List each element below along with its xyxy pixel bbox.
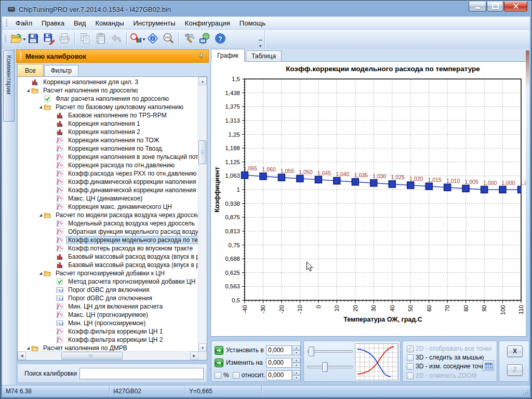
minimize-button[interactable] (469, 2, 486, 11)
step-value-input[interactable] (266, 370, 292, 380)
tree-item[interactable]: Базовый массовый расход воздуха (впуск в… (18, 261, 198, 269)
chart-canvas[interactable]: 0,50,5630,6250,6880,750,8130,8750,93811,… (211, 62, 527, 336)
option-3d-follow-mouse[interactable]: 3D - следить за мышью (407, 353, 484, 362)
menu-grip-handle[interactable] (6, 19, 7, 27)
info-button[interactable]: i (145, 32, 161, 47)
curve-preview[interactable] (355, 343, 398, 380)
tree-item[interactable]: Коррекция макс. динамического ЦН (18, 203, 198, 211)
menu-item-commands[interactable]: Команды (90, 18, 128, 29)
undo-button[interactable] (109, 32, 124, 47)
scroll-up-button[interactable]: ▲ (198, 77, 207, 85)
tree-expand-icon[interactable] (24, 88, 31, 92)
relative-checkbox[interactable] (233, 372, 240, 379)
vscroll-thumb[interactable] (198, 140, 206, 164)
option-2d-undo-zoom[interactable]: 2D - отменить ZOOM (407, 371, 476, 380)
slider-thumb-1[interactable] (309, 347, 314, 356)
pin-icon[interactable] (198, 53, 205, 61)
network-button[interactable] (197, 32, 212, 47)
tree-item[interactable]: Обратная функция модельного расход возду… (18, 228, 198, 236)
tab-filter[interactable]: Фильтр (44, 65, 78, 76)
tree-item[interactable]: Коррекция наполнения 2 (18, 128, 198, 136)
menu-item-file[interactable]: Файл (11, 18, 37, 29)
open-file-button[interactable] (10, 32, 25, 47)
slider-track-1[interactable] (307, 350, 353, 353)
hscroll-thumb[interactable] (61, 352, 123, 360)
tree-item[interactable]: Коррекция наполнения по Твозд. (18, 144, 198, 153)
print-button[interactable] (57, 32, 72, 47)
tree-item-selected[interactable]: Коэфф.коррекции модельного расхода по те… (18, 236, 198, 244)
tree-item[interactable]: Мин. ЦН для включения расчета (18, 302, 198, 311)
tree-item[interactable]: Расчет наполнения по дросселю (18, 86, 198, 95)
tree-item[interactable]: Коэфф.фильтра коррекции ЦН 2 (18, 336, 198, 344)
apply-change-button[interactable] (215, 358, 223, 367)
option-3d-edit-neighbors[interactable]: 3D - изм. соседние точки (407, 362, 488, 370)
tree-expand-icon[interactable] (37, 271, 44, 275)
tree-item[interactable]: Расчет по модели расхода воздуха через д… (18, 211, 198, 219)
tab-chart[interactable]: График (211, 49, 245, 62)
slider-thumb-2[interactable] (322, 362, 328, 372)
maximize-button[interactable] (487, 2, 503, 11)
tree-item[interactable]: Коэфф.расхода через РХХ по отн.давлению (18, 169, 198, 178)
tree-vscrollbar[interactable]: ▲ ▼ (198, 77, 207, 352)
tree-item[interactable]: Базовое наполнение по TPS-RPM (18, 111, 198, 119)
tree-item[interactable]: Коэфф.потерь расхода во впускном тракте (18, 244, 198, 252)
close-button[interactable] (504, 2, 527, 11)
toolbar-grip-handle[interactable] (5, 35, 6, 43)
tree-item[interactable]: Макс. ЦН (прогнозируемое) (18, 311, 198, 319)
title-bar[interactable]: ChipTuningPRO ver.7.2014.0.1534 - I427GB… (2, 2, 530, 17)
spinner-buttons[interactable]: ▲▼ (292, 370, 300, 380)
save-as-button[interactable] (41, 32, 57, 47)
zoom-button[interactable]: 110 (161, 32, 176, 47)
menu-item-view[interactable]: Вид (69, 18, 91, 29)
tree-expand-icon[interactable] (37, 213, 44, 217)
resize-grip[interactable] (523, 390, 528, 395)
tree-item[interactable]: Коэфф.динамической коррекции наполения (… (18, 178, 198, 186)
comments-tab[interactable]: Комментарии (3, 50, 15, 122)
change-value-input[interactable] (266, 358, 292, 368)
tab-table[interactable]: Таблица (246, 50, 282, 62)
menu-item-tools[interactable]: Инструменты (129, 18, 180, 29)
apply-set-button[interactable] (215, 346, 223, 355)
option-3d-follow-mouse-checkbox[interactable] (407, 354, 414, 361)
set-value-input[interactable] (266, 345, 292, 355)
menu-item-edit[interactable]: Правка (37, 18, 69, 29)
tab-all[interactable]: Все (17, 64, 44, 76)
grid-table-button[interactable] (483, 361, 494, 371)
scroll-right-button[interactable]: ▶ (190, 352, 198, 360)
tree-item[interactable]: Метод расчета прогнозируемой добавки ЦН (18, 277, 198, 286)
menu-item-configuration[interactable]: Конфигурация (180, 18, 235, 29)
spinner-buttons[interactable]: ▲▼ (292, 345, 300, 355)
search-input[interactable] (79, 368, 204, 379)
option-3d-edit-neighbors-checkbox[interactable] (407, 363, 414, 370)
tree-item[interactable]: Модельный расход воздуха через дроссель (18, 219, 198, 228)
slider-track-2[interactable] (307, 366, 353, 368)
tree-item[interactable]: Коррекция наполнения по ТОЖ (18, 136, 198, 144)
chart-compare-button[interactable] (129, 32, 145, 47)
save-button[interactable] (25, 32, 41, 47)
tree-hscrollbar[interactable]: ◀ ▶ (18, 351, 198, 360)
tree-item[interactable]: =1.2Мин. ЦН (прогнозируемое) (18, 319, 198, 327)
tree-item[interactable]: =1.2Порог dGBC для включения (18, 286, 198, 294)
tree-item[interactable]: Расчет по базовому цикловому наполнению (18, 103, 198, 111)
tree-item[interactable]: Расчет наполнения по ДМРВ (18, 344, 198, 352)
tree-item[interactable]: =1.2Порог dGBC для отключения (18, 294, 198, 302)
tree-item[interactable]: Коррекция наполнения 1 (18, 119, 198, 128)
tree-expand-icon[interactable] (24, 346, 31, 350)
paste-button[interactable] (93, 32, 109, 47)
percent-checkbox[interactable] (215, 372, 221, 379)
help-button[interactable]: ? (212, 32, 228, 47)
tree-item[interactable]: Базовый массовый расход воздуха (впуск в… (18, 252, 198, 261)
scroll-down-button[interactable]: ▼ (198, 343, 207, 352)
sidebar-grip-handle[interactable] (20, 52, 21, 60)
tree-item[interactable]: Коэфф.фильтра коррекции ЦН 1 (18, 327, 198, 336)
toolbar-overflow-button[interactable]: ▔▾ (258, 41, 263, 48)
tree-item[interactable]: Макс. ЦН (динамическое) (18, 194, 198, 203)
tools-button[interactable] (181, 32, 197, 47)
menu-item-help[interactable]: Помощь (235, 18, 270, 29)
scroll-left-button[interactable]: ◀ (18, 352, 26, 360)
tree-expand-icon[interactable] (37, 105, 44, 109)
axis-button-x[interactable]: X (507, 345, 523, 357)
tree-item[interactable]: Коэфф.динамической коррекции наполения (… (18, 186, 198, 194)
copy-button[interactable] (77, 32, 93, 47)
tree-item[interactable]: Коррекция наполнения в зоне пульсаций по… (18, 153, 198, 161)
